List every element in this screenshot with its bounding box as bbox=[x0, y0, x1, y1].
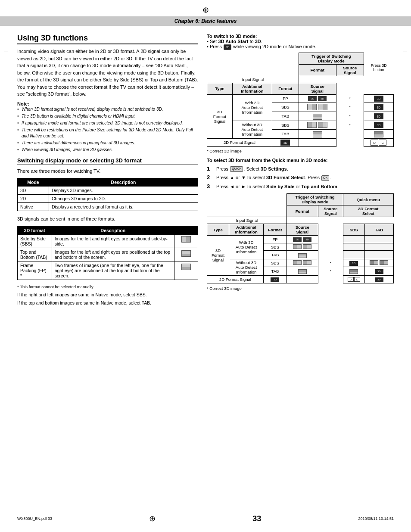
2d-ast-2 bbox=[318, 275, 343, 283]
step-number: 3 bbox=[207, 183, 213, 190]
tab-format: TAB bbox=[272, 112, 299, 121]
table-row: 2D Changes 3D images to 2D. bbox=[18, 195, 198, 203]
native-note-1: If the right and left images are same in… bbox=[17, 292, 198, 299]
sbs3-tab bbox=[364, 259, 393, 267]
sbs-2: SBS bbox=[264, 243, 287, 251]
format-name: Side by Side (SBS) bbox=[18, 234, 52, 248]
empty bbox=[336, 83, 364, 94]
tab3-tab: 3D bbox=[364, 267, 393, 275]
trigger-header-2: Trigger of SwitchingDisplay Mode bbox=[286, 194, 343, 205]
sbs-source-icon2 bbox=[318, 104, 327, 110]
fp-sbs-2 bbox=[343, 236, 364, 243]
empty-cell bbox=[207, 53, 299, 76]
format-h: Format bbox=[286, 205, 318, 217]
empty bbox=[336, 76, 364, 83]
switch-to-3d-section: To switch to 3D mode: • Set 3D Auto Star… bbox=[207, 34, 394, 50]
sbs2-ast: * bbox=[336, 121, 364, 129]
2d-ast bbox=[336, 138, 364, 146]
subsection-title-switch: Switching display mode or selecting 3D f… bbox=[17, 157, 198, 165]
tab2-press-result bbox=[364, 129, 393, 138]
e bbox=[318, 217, 343, 224]
fp-tab-2 bbox=[364, 236, 393, 243]
correct-note-2: * Correct 3D image bbox=[207, 286, 394, 291]
switch-step1: • Set 3D Auto Start to 3D. bbox=[207, 39, 262, 44]
reg-mark-right-top bbox=[403, 52, 407, 52]
footer-right: 2010/08/11 10:14:51 bbox=[358, 516, 394, 521]
empty-top bbox=[207, 194, 287, 217]
sbs2-icon bbox=[307, 122, 317, 128]
note-item: There will be restrictions on the Pictur… bbox=[17, 127, 198, 139]
sbs-icon-2b bbox=[303, 244, 311, 249]
tab-f-2: TAB bbox=[264, 251, 287, 259]
with-3d-info: With 3DAuto DetectInformation bbox=[232, 94, 272, 121]
table-row: Without 3DAuto DetectInformation SBS * 3… bbox=[207, 121, 394, 129]
sbs3-src bbox=[286, 259, 318, 267]
format-image-tab bbox=[174, 248, 198, 261]
top-crosshair: ⊕ bbox=[0, 0, 411, 16]
sbs-icon-2 bbox=[293, 244, 302, 249]
sbs-press-result: 3D bbox=[364, 103, 393, 112]
table-row: Side by Side (SBS) Images for the left a… bbox=[18, 234, 198, 248]
switch-title: To switch to 3D mode: bbox=[207, 34, 257, 39]
table-row: 2D Format Signal 3D D C bbox=[207, 138, 394, 146]
trigger-header: Trigger of SwitchingDisplay Mode bbox=[299, 53, 364, 64]
table-row: 2D Format Signal 3D D C bbox=[207, 275, 394, 283]
formats-table: 3D format Description Side by Side (SBS)… bbox=[17, 226, 198, 280]
tab2-source bbox=[299, 129, 336, 138]
format-image-sbs bbox=[174, 234, 198, 248]
empty-h bbox=[318, 224, 343, 236]
tab-sbs-2 bbox=[343, 251, 364, 259]
format-desc: Images for the left and right eyes are p… bbox=[52, 234, 174, 248]
step-text: Press ◄ or ► to select Side by Side or T… bbox=[216, 183, 339, 190]
intro-text: Incoming video signals can either be in … bbox=[17, 48, 198, 98]
sbs3-tab-icon bbox=[370, 260, 378, 265]
fp-press-result: 3D bbox=[364, 94, 393, 103]
source-h: SourceSignal bbox=[318, 205, 343, 217]
format-name: Top and Bottom (TAB) bbox=[18, 248, 52, 261]
3d-type-2: 3DFormatSignal bbox=[207, 236, 229, 276]
sbs-src-2 bbox=[286, 243, 318, 251]
table-row: 3DFormatSignal With 3DAuto DetectInforma… bbox=[207, 94, 394, 103]
mode-desc: Changes 3D images to 2D. bbox=[49, 195, 198, 203]
switch-step2: • Press 3D while viewing 2D mode or Nati… bbox=[207, 44, 316, 49]
addinfo-h2: AdditionalInformation bbox=[229, 224, 264, 236]
format-col-name: 3D format bbox=[18, 226, 52, 234]
format-desc: Images for the left and right eyes are p… bbox=[52, 248, 174, 261]
table-row: Frame Packing (FP) * Two frames of image… bbox=[18, 261, 198, 280]
sbs3-icon bbox=[293, 260, 302, 265]
2d-sbs-2: D C bbox=[343, 275, 364, 283]
additional-col: AdditionalInformation bbox=[232, 83, 272, 94]
chapter-header: Chapter 6: Basic features bbox=[0, 16, 411, 26]
3d-format-select-h: 3D FormatSelect bbox=[343, 205, 393, 217]
source-h2: SourceSignal bbox=[286, 224, 318, 236]
2d-format-2: 3D bbox=[264, 275, 287, 283]
trigger-table-1: Trigger of SwitchingDisplay Mode Press 3… bbox=[207, 53, 394, 147]
note-section: Note: When 3D format signal is not recei… bbox=[17, 101, 198, 153]
table-row: Native Displays a received signal format… bbox=[18, 203, 198, 211]
sbs-icon bbox=[181, 236, 191, 243]
empty bbox=[299, 76, 336, 83]
formats-intro: 3D signals can be sent in one of three f… bbox=[17, 215, 198, 223]
content-area: Using 3D functions Incoming video signal… bbox=[0, 34, 411, 308]
sbs3-ast: * bbox=[318, 259, 343, 267]
2d-signal: 2D Format Signal bbox=[207, 138, 272, 146]
fp-ast: * bbox=[336, 94, 364, 103]
table-row: Without 3DAuto DetectInformation SBS * 3… bbox=[207, 259, 394, 267]
mode-name: Native bbox=[18, 203, 49, 211]
step-1: 1 Press QUICK. Select 3D Settings. bbox=[207, 165, 394, 173]
chapter-title: Chapter 6: Basic features bbox=[174, 18, 237, 24]
e bbox=[343, 217, 364, 224]
sbs3-icon2 bbox=[303, 260, 311, 265]
sbs-sbs-2 bbox=[343, 243, 364, 251]
2d-format: 3D bbox=[272, 138, 299, 146]
note-title: Note: bbox=[17, 101, 198, 106]
tab3-src bbox=[286, 267, 318, 275]
tab2-format: TAB bbox=[272, 129, 299, 138]
trigger-table-2: Trigger of SwitchingDisplay Mode Quick m… bbox=[207, 193, 394, 283]
tab-src-2 bbox=[286, 251, 318, 259]
step-number: 1 bbox=[207, 165, 213, 172]
input-signal-2: Input Signal bbox=[207, 217, 287, 224]
sbs2-source bbox=[299, 121, 336, 129]
type-col: Type bbox=[207, 83, 233, 94]
sbs3: SBS bbox=[264, 259, 287, 267]
